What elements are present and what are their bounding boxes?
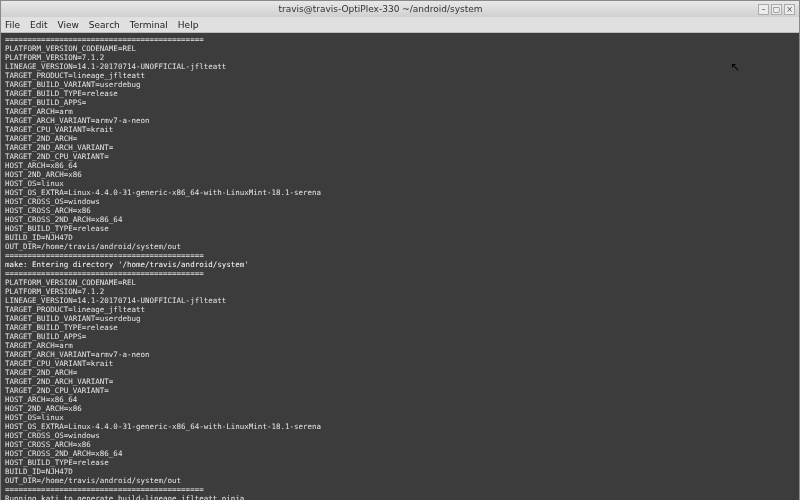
close-button[interactable]: × [784,4,795,15]
maximize-button[interactable]: ▢ [771,4,782,15]
minimize-button[interactable]: – [758,4,769,15]
menubar: File Edit View Search Terminal Help [1,17,799,33]
menu-view[interactable]: View [58,20,79,30]
menu-file[interactable]: File [5,20,20,30]
menu-help[interactable]: Help [178,20,199,30]
menu-edit[interactable]: Edit [30,20,47,30]
titlebar[interactable]: travis@travis-OptiPlex-330 ~/android/sys… [1,1,799,17]
window-title: travis@travis-OptiPlex-330 ~/android/sys… [5,4,756,14]
menu-terminal[interactable]: Terminal [130,20,168,30]
menu-search[interactable]: Search [89,20,120,30]
terminal-output[interactable]: ========================================… [1,33,799,500]
terminal-window: travis@travis-OptiPlex-330 ~/android/sys… [0,0,800,500]
